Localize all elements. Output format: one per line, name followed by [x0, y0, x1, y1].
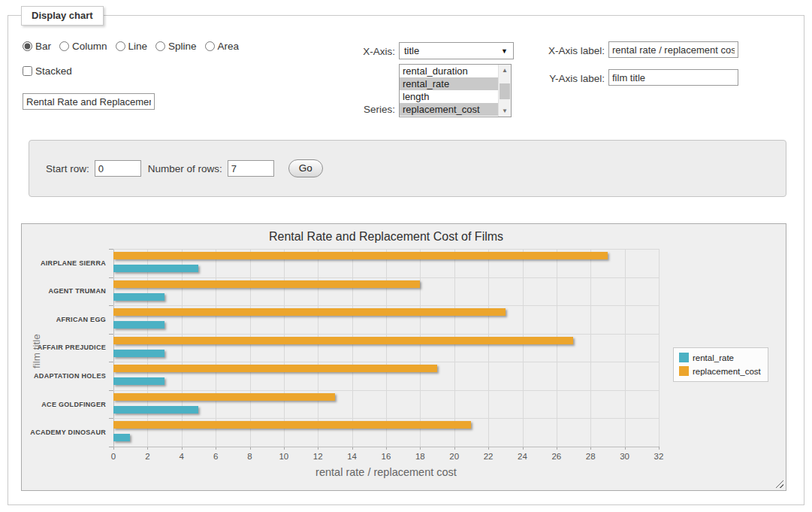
bar-replacement_cost[interactable]	[113, 280, 420, 288]
y-axis-title: film title	[31, 334, 42, 368]
bar-replacement_cost[interactable]	[113, 252, 608, 259]
chart-type-option-column: Column	[59, 41, 107, 52]
series-select-label: Series:	[328, 104, 395, 115]
panel-title: Display chart	[21, 6, 104, 26]
bar-replacement_cost[interactable]	[113, 308, 506, 316]
bar-replacement_cost[interactable]	[113, 365, 437, 372]
bar-rental_rate[interactable]	[113, 350, 165, 357]
x-tick-label: 24	[508, 452, 538, 461]
gridline	[488, 249, 489, 447]
chart-type-radio-area[interactable]	[205, 41, 215, 51]
gridline	[113, 447, 659, 447]
x-tick-label: 8	[235, 452, 265, 461]
plot-area	[113, 249, 659, 447]
chart-type-label: Column	[72, 41, 107, 52]
num-rows-input[interactable]	[228, 160, 274, 177]
start-row-input[interactable]	[95, 160, 141, 177]
stacked-label: Stacked	[35, 65, 72, 77]
resize-grip-icon[interactable]	[775, 480, 783, 488]
start-row-label: Start row:	[46, 163, 89, 174]
chart-type-option-area: Area	[205, 41, 240, 52]
bar-rental_rate[interactable]	[113, 406, 198, 414]
gridline	[250, 249, 251, 447]
x-tick-label: 10	[269, 452, 299, 461]
bar-rental_rate[interactable]	[113, 293, 165, 301]
gridline	[113, 362, 659, 362]
category-label: AGENT TRUMAN	[22, 277, 106, 306]
series-multiselect[interactable]: rental_durationrental_ratelengthreplacem…	[399, 64, 512, 117]
legend-item-rental_rate[interactable]: rental_rate	[679, 353, 761, 362]
y-axis-label-input[interactable]	[608, 69, 738, 86]
chart-type-radio-bar[interactable]	[23, 41, 32, 51]
bar-rental_rate[interactable]	[113, 321, 165, 329]
chart-type-option-spline: Spline	[155, 41, 197, 52]
category-label: AFRICAN EGG	[22, 305, 106, 334]
chart-type-label: Area	[218, 41, 240, 52]
gridline	[147, 249, 148, 447]
gridline	[113, 277, 659, 278]
x-axis-select[interactable]: title ▼	[399, 42, 514, 59]
category-label: ACADEMY DINOSAUR	[22, 418, 106, 447]
x-axis-label-input[interactable]	[608, 41, 738, 58]
bar-replacement_cost[interactable]	[113, 393, 335, 401]
chart-type-radio-group: BarColumnLineSplineArea	[23, 41, 239, 52]
gridline	[386, 249, 387, 447]
go-button[interactable]: Go	[288, 159, 323, 177]
y-axis-tick	[109, 305, 113, 306]
y-axis-tick	[109, 362, 113, 362]
gridline	[590, 249, 591, 447]
series-option-length[interactable]: length	[400, 90, 498, 103]
bar-rental_rate[interactable]	[113, 434, 130, 441]
bar-rental_rate[interactable]	[113, 265, 198, 272]
legend-swatch-icon	[679, 366, 689, 376]
bar-rental_rate[interactable]	[113, 377, 165, 385]
x-tick-label: 28	[575, 452, 605, 461]
gridline	[523, 249, 524, 447]
num-rows-label: Number of rows:	[148, 163, 222, 174]
scroll-down-icon[interactable]: ▼	[499, 105, 511, 117]
gridline	[113, 390, 659, 391]
x-tick-label: 30	[610, 452, 640, 461]
legend-swatch-icon	[679, 353, 689, 362]
stacked-checkbox[interactable]	[23, 66, 32, 76]
scrollbar-thumb[interactable]	[500, 83, 510, 99]
x-axis-title: rental rate / replacement cost	[113, 466, 659, 478]
scroll-up-icon[interactable]: ▲	[499, 65, 511, 76]
y-axis-tick	[109, 249, 113, 250]
series-option-replacement_cost[interactable]: replacement_cost	[400, 103, 498, 116]
chart-title-input[interactable]	[23, 93, 155, 110]
chart-type-radio-line[interactable]	[116, 41, 125, 51]
gridline	[625, 249, 626, 447]
x-tick-label: 18	[405, 452, 435, 461]
gridline	[113, 249, 114, 447]
series-scrollbar[interactable]: ▲ ▼	[498, 65, 511, 117]
category-label: ACE GOLDFINGER	[22, 390, 106, 419]
chart-legend: rental_ratereplacement_cost	[673, 347, 768, 382]
series-option-rental_rate[interactable]: rental_rate	[400, 77, 498, 90]
x-tick-label: 26	[542, 452, 572, 461]
gridline	[216, 249, 216, 447]
display-chart-panel: Display chart BarColumnLineSplineArea St…	[8, 15, 804, 505]
bar-replacement_cost[interactable]	[113, 337, 573, 344]
y-axis-tick	[109, 418, 113, 419]
chart-title: Rental Rate and Replacement Cost of Film…	[113, 230, 659, 244]
chart-type-radio-spline[interactable]	[155, 41, 165, 51]
bar-replacement_cost[interactable]	[113, 421, 471, 429]
y-axis-tick	[109, 334, 113, 335]
x-tick-label: 16	[371, 452, 401, 461]
legend-item-replacement_cost[interactable]: replacement_cost	[679, 366, 761, 376]
y-axis-label-label: Y-Axis label:	[534, 73, 605, 84]
x-tick-label: 12	[303, 452, 333, 461]
gridline	[113, 334, 659, 335]
x-tick-label: 14	[337, 452, 367, 461]
gridline	[113, 249, 659, 250]
chart-type-radio-column[interactable]	[59, 41, 69, 51]
x-tick-label: 22	[473, 452, 503, 461]
gridline	[284, 249, 285, 447]
gridline	[454, 249, 455, 447]
dropdown-arrow-icon: ▼	[501, 48, 508, 55]
x-axis-select-label: X-Axis:	[343, 46, 395, 57]
stacked-checkbox-group: Stacked	[23, 65, 72, 77]
gridline	[113, 305, 659, 306]
series-option-rental_duration[interactable]: rental_duration	[400, 65, 498, 77]
